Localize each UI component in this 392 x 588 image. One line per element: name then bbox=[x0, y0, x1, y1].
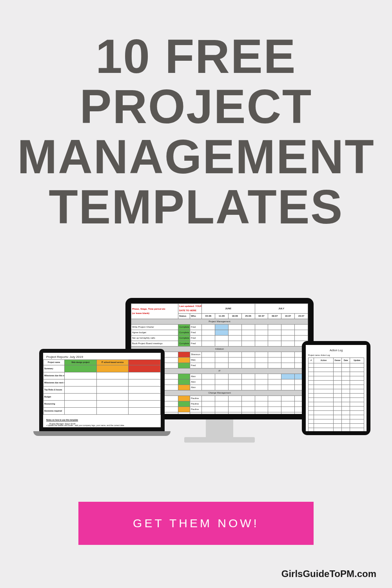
report-title: Project Reports: July 2019 bbox=[43, 353, 161, 359]
cta-button[interactable]: GET THEM NOW! bbox=[78, 502, 314, 545]
monitor-stand bbox=[206, 419, 233, 439]
site-credit: GirlsGuideToPM.com bbox=[281, 568, 376, 579]
action-log-title: Action Log bbox=[308, 347, 364, 354]
laptop-base bbox=[33, 431, 171, 436]
headline-line: PROJECT bbox=[80, 80, 312, 133]
device-mockups: Phase, Stage, Time period etc(or leave b… bbox=[0, 298, 392, 463]
report-sheet: Project nameWeb design projectIT school-… bbox=[43, 359, 161, 415]
action-log-subtitle: Project name: Action Log bbox=[308, 354, 364, 356]
tablet-screen: Action Log Project name: Action Log #Act… bbox=[306, 345, 367, 431]
headline: 10 FREE PROJECT MANAGEMENT TEMPLATES bbox=[0, 31, 392, 232]
monitor-base bbox=[184, 437, 255, 443]
headline-line: TEMPLATES bbox=[49, 180, 343, 234]
action-log-sheet: #ActionOwnerDateUpdate bbox=[308, 358, 364, 431]
headline-line: MANAGEMENT bbox=[17, 130, 375, 183]
headline-line: 10 FREE bbox=[96, 30, 296, 83]
laptop-frame: Project Reports: July 2019 Project nameW… bbox=[39, 349, 165, 436]
report-footer: Project Manager: Eaton Smith bbox=[46, 421, 79, 426]
laptop-screen: Project Reports: July 2019 Project nameW… bbox=[43, 353, 161, 427]
tablet-frame: Action Log Project name: Action Log #Act… bbox=[302, 341, 370, 435]
